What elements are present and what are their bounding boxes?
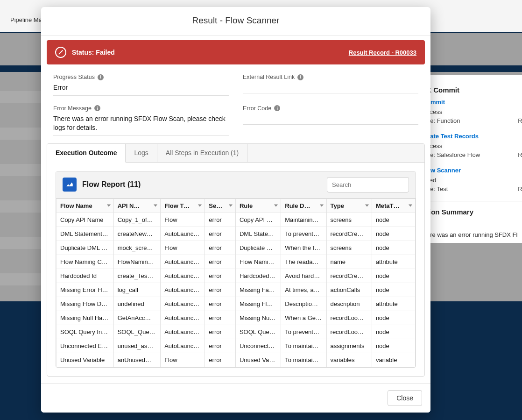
table-cell: node xyxy=(372,283,415,297)
chevron-down-icon xyxy=(229,205,233,207)
table-cell: screens xyxy=(326,213,372,227)
table-cell: attribute xyxy=(372,297,415,311)
table-cell: DML State… xyxy=(235,227,281,241)
table-cell: mock_scre… xyxy=(113,241,160,255)
modal-title: Result - Flow Scanner xyxy=(52,15,419,26)
table-cell: Maintainin… xyxy=(281,213,326,227)
table-cell: attribute xyxy=(372,255,415,269)
column-header[interactable]: Rule xyxy=(235,199,281,213)
table-row[interactable]: Missing Error H…log_callAutoLaunc…errorM… xyxy=(56,283,416,297)
table-cell: Duplicate DML … xyxy=(56,241,114,255)
table-row[interactable]: SOQL Query In …SOQL_Que…AutoLaunc…errorS… xyxy=(56,325,416,339)
column-header[interactable]: MetaT… xyxy=(372,199,415,213)
status-banner: Status: Failed Result Record - R00033 xyxy=(47,40,425,64)
table-cell: error xyxy=(205,213,236,227)
tab-execution-outcome[interactable]: Execution Outcome xyxy=(47,144,126,163)
table-cell: error xyxy=(205,311,236,325)
table-row[interactable]: Duplicate DML …mock_scre…FlowerrorDuplic… xyxy=(56,241,416,255)
table-cell: To prevent… xyxy=(281,227,326,241)
table-cell: node xyxy=(372,339,415,353)
close-button[interactable]: Close xyxy=(388,390,422,406)
table-cell: Copy API … xyxy=(235,213,281,227)
status-text: Status: Failed xyxy=(72,49,115,56)
info-icon[interactable]: i xyxy=(94,105,100,111)
field-group: Progress Status i Error External Result … xyxy=(47,74,425,143)
table-cell: node xyxy=(372,311,415,325)
table-cell: Unused Va… xyxy=(235,353,281,367)
search-input[interactable] xyxy=(327,177,409,192)
table-cell: Missing Error H… xyxy=(56,283,114,297)
modal-header: Result - Flow Scanner xyxy=(41,7,430,36)
table-row[interactable]: Missing Flow D…undefinedAutoLaunc…errorM… xyxy=(56,297,416,311)
column-header[interactable]: Flow T… xyxy=(161,199,205,213)
table-cell: variables xyxy=(326,353,372,367)
external-link-label: External Result Link xyxy=(243,74,295,80)
table-cell: AutoLaunc… xyxy=(161,255,205,269)
table-cell: Copy_1_of… xyxy=(113,213,160,227)
table-cell: error xyxy=(205,297,236,311)
table-cell: GetAnAcc… xyxy=(113,311,160,325)
external-link-value xyxy=(243,83,418,93)
table-cell: AutoLaunc… xyxy=(161,325,205,339)
modal-backdrop: Result - Flow Scanner Status: Failed Res… xyxy=(0,0,522,420)
result-record-link[interactable]: Result Record - R00033 xyxy=(349,49,416,56)
info-icon[interactable]: i xyxy=(297,74,303,80)
chevron-down-icon xyxy=(107,205,111,207)
table-row[interactable]: DML Statement…createNew…AutoLaunc…errorD… xyxy=(56,227,416,241)
table-row[interactable]: Flow Naming C…FlowNamin…AutoLaunc…errorF… xyxy=(56,255,416,269)
info-icon[interactable]: i xyxy=(274,105,280,111)
table-wrap: Flow NameAPI N…Flow T…Se…RuleRule D…Type… xyxy=(56,199,416,367)
column-header[interactable]: Flow Name xyxy=(56,199,114,213)
table-cell: assignments xyxy=(326,339,372,353)
modal-footer: Close xyxy=(41,383,430,413)
table-cell: SOQL_Que… xyxy=(113,325,160,339)
result-modal: Result - Flow Scanner Status: Failed Res… xyxy=(41,7,430,413)
table-row[interactable]: Unconnected E…unused_as…AutoLaunc…errorU… xyxy=(56,339,416,353)
column-header[interactable]: Type xyxy=(326,199,372,213)
field-error-message: Error Message i There was an error runni… xyxy=(53,105,229,136)
table-cell: AutoLaunc… xyxy=(161,297,205,311)
progress-status-value: Error xyxy=(53,83,229,96)
table-cell: Flow xyxy=(161,213,205,227)
table-cell: error xyxy=(205,227,236,241)
table-cell: name xyxy=(326,255,372,269)
table-row[interactable]: Copy API NameCopy_1_of…FlowerrorCopy API… xyxy=(56,213,416,227)
report-title: Flow Report (11) xyxy=(82,180,141,189)
table-row[interactable]: Missing Null Ha…GetAnAcc…AutoLaunc…error… xyxy=(56,311,416,325)
column-header[interactable]: Se… xyxy=(205,199,236,213)
table-cell: unused_as… xyxy=(113,339,160,353)
table-cell: node xyxy=(372,325,415,339)
column-header[interactable]: API N… xyxy=(113,199,160,213)
field-progress-status: Progress Status i Error xyxy=(53,74,229,96)
chevron-down-icon xyxy=(320,205,324,207)
table-cell: FlowNamin… xyxy=(113,255,160,269)
flow-report-card: Flow Report (11) Flow xyxy=(56,171,416,368)
table-cell: AutoLaunc… xyxy=(161,311,205,325)
table-cell: recordLoo… xyxy=(326,311,372,325)
error-message-label: Error Message xyxy=(53,105,92,112)
table-cell: description xyxy=(326,297,372,311)
table-cell: When the f… xyxy=(281,241,326,255)
table-cell: Unconnected E… xyxy=(56,339,114,353)
table-cell: At times, a… xyxy=(281,283,326,297)
field-error-code: Error Code i xyxy=(243,105,418,136)
table-row[interactable]: Hardcoded Idcreate_Tes…AutoLaunc…errorHa… xyxy=(56,269,416,283)
tab-logs[interactable]: Logs xyxy=(126,144,157,162)
chevron-down-icon xyxy=(274,205,278,207)
table-cell: SOQL Que… xyxy=(235,325,281,339)
table-cell: Flow Naming C… xyxy=(56,255,114,269)
table-cell: The reada… xyxy=(281,255,326,269)
table-cell: Flow xyxy=(161,353,205,367)
table-cell: Descriptio… xyxy=(281,297,326,311)
tab-all-steps[interactable]: All Steps in Execution (1) xyxy=(157,144,247,162)
chevron-down-icon xyxy=(365,205,369,207)
table-cell: Flow xyxy=(161,241,205,255)
info-icon[interactable]: i xyxy=(98,74,104,80)
table-cell: node xyxy=(372,269,415,283)
table-cell: AutoLaunc… xyxy=(161,339,205,353)
table-cell: actionCalls xyxy=(326,283,372,297)
table-cell: error xyxy=(205,283,236,297)
table-row[interactable]: Unused VariableanUnused…FlowerrorUnused … xyxy=(56,353,416,367)
flow-report-icon xyxy=(63,178,77,192)
column-header[interactable]: Rule D… xyxy=(281,199,326,213)
